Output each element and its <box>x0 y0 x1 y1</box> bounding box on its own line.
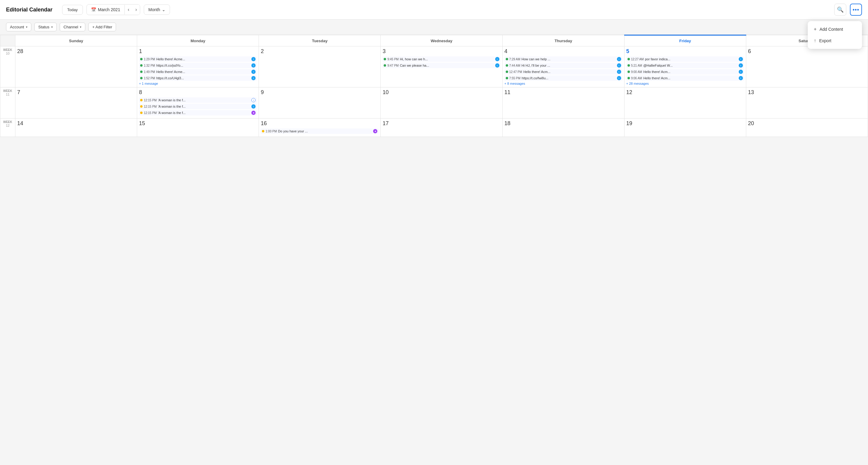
chevron-down-icon: ▾ <box>51 25 53 29</box>
calendar-event[interactable]: 9:00 AM Hello there! Acm... t <box>626 69 744 75</box>
calendar-event[interactable]: 1:32 PM https://t.co/jsdYo... t <box>139 63 257 68</box>
twitter-icon: t <box>739 70 743 74</box>
more-events-link[interactable]: + 1 message <box>139 82 257 85</box>
event-text: https://t.co/U4gl3... <box>156 76 250 80</box>
event-time: 1:29 PM <box>144 58 155 61</box>
col-sunday: Sunday <box>16 35 137 47</box>
twitter-icon: t <box>739 57 743 61</box>
chevron-down-icon: ▾ <box>80 25 82 29</box>
calendar-event[interactable]: 7:44 AM Hi HJ, I'll be your ... t <box>504 63 622 68</box>
day-number: 4 <box>504 48 622 55</box>
calendar-event[interactable]: 12:47 PM Hello there! Acm... t <box>504 69 622 75</box>
event-text: 'A woman is the f... <box>158 98 250 102</box>
day-number: 14 <box>17 120 135 127</box>
table-row: 16 1:00 PM Do you have your ... ★ <box>259 118 381 137</box>
more-button[interactable]: ••• <box>850 4 862 16</box>
view-selector[interactable]: Month ⌄ <box>144 4 170 15</box>
event-time: 1:32 PM <box>144 64 155 67</box>
table-row: 14 <box>16 118 137 137</box>
event-dot <box>627 58 630 60</box>
col-wednesday: Wednesday <box>381 35 502 47</box>
calendar-event[interactable]: 1:29 PM Hello there! Acme... t <box>139 56 257 62</box>
table-row: 18 <box>502 118 624 137</box>
next-month-button[interactable]: › <box>132 4 140 15</box>
week-label-cell: WEEK11 <box>0 87 16 118</box>
day-number: 19 <box>626 120 744 127</box>
calendar-event[interactable]: 7:55 PM https://t.co/fwi8u... t <box>504 76 622 81</box>
day-number: 20 <box>748 120 866 127</box>
event-text: Hi HJ, I'll be your ... <box>521 64 615 67</box>
calendar-event[interactable]: 12:15 PM 'A woman is the f... t <box>139 104 257 109</box>
add-content-item[interactable]: + Add Content <box>808 24 862 35</box>
day-number: 8 <box>139 89 257 95</box>
export-label: Export <box>819 38 831 43</box>
channel-filter[interactable]: Channel ▾ <box>60 23 85 31</box>
event-text: Do you have your ... <box>278 129 372 133</box>
export-item[interactable]: ↑ Export <box>808 35 862 47</box>
event-dot <box>262 130 264 133</box>
col-friday: Friday <box>624 35 746 47</box>
calendar-event[interactable]: 12:15 PM 'A woman is the f... i <box>139 97 257 103</box>
event-text: 'A woman is the f... <box>158 111 250 115</box>
calendar-event[interactable]: 9:45 PM Hi, how can we h... t <box>382 56 500 62</box>
twitter-icon: t <box>617 70 621 74</box>
account-filter[interactable]: Account ▾ <box>6 23 31 31</box>
twitter-icon: t <box>251 76 255 80</box>
calendar-event[interactable]: 1:49 PM Hello there! Acme... t <box>139 69 257 75</box>
week-label-cell: WEEK12 <box>0 118 16 137</box>
more-events-link[interactable]: + 8 messages <box>504 82 622 85</box>
social-icon: ★ <box>251 111 255 115</box>
event-time: 7:44 AM <box>509 64 521 67</box>
event-time: 5:21 AM <box>631 64 642 67</box>
calendar-event[interactable]: 12:27 AM por favor indica... t <box>626 56 744 62</box>
event-text: https://t.co/jsdYo... <box>156 64 250 67</box>
event-dot <box>140 105 143 108</box>
event-text: How can we help ... <box>521 57 615 61</box>
calendar-event[interactable]: 1:00 PM Do you have your ... ★ <box>261 128 378 134</box>
search-button[interactable]: 🔍 <box>834 4 846 16</box>
twitter-icon: t <box>495 63 499 67</box>
calendar-event[interactable]: 9:06 AM Hello there! Acm... t <box>626 76 744 81</box>
event-text: Hello there! Acm... <box>643 70 737 74</box>
table-row: 5 12:27 AM por favor indica... t 5:21 AM… <box>624 47 746 87</box>
more-events-link[interactable]: + 28 messages <box>626 82 744 85</box>
event-dot <box>140 99 143 101</box>
day-number: 28 <box>17 48 135 55</box>
day-number: 1 <box>139 48 257 55</box>
week-number: 11 <box>2 93 13 96</box>
table-row: 3 9:45 PM Hi, how can we h... t 9:47 PM … <box>381 47 502 87</box>
header: Editorial Calendar Today 📅 March 2021 ‹ … <box>0 0 868 20</box>
table-row: 19 <box>624 118 746 137</box>
prev-month-button[interactable]: ‹ <box>125 4 132 15</box>
event-time: 9:45 PM <box>387 58 398 61</box>
event-time: 1:00 PM <box>266 130 277 133</box>
table-row: 11 <box>502 87 624 118</box>
status-filter[interactable]: Status ▾ <box>34 23 57 31</box>
twitter-icon: t <box>251 57 255 61</box>
event-time: 12:15 PM <box>144 98 157 102</box>
event-text: Hello there! Acm... <box>523 70 615 74</box>
calendar-event[interactable]: 5:21 AM @HallieFalquet W... t <box>626 63 744 68</box>
event-time: 12:47 PM <box>509 70 522 74</box>
search-icon: 🔍 <box>837 6 844 13</box>
table-row: 9 <box>259 87 381 118</box>
calendar-event[interactable]: 9:47 PM Can we please ha... t <box>382 63 500 68</box>
app-title: Editorial Calendar <box>6 7 53 13</box>
calendar-event[interactable]: 12:15 PM 'A woman is the f... ★ <box>139 110 257 116</box>
event-dot <box>140 64 143 67</box>
table-row: 7 <box>16 87 137 118</box>
event-text: 'A woman is the f... <box>158 105 250 108</box>
add-filter-button[interactable]: + Add Filter <box>88 23 116 31</box>
calendar-table: Sunday Monday Tuesday Wednesday Thursday… <box>0 35 868 137</box>
event-time: 12:15 PM <box>144 105 157 108</box>
calendar-event[interactable]: 1:52 PM https://t.co/U4gl3... t <box>139 76 257 81</box>
table-row: 1 1:29 PM Hello there! Acme... t 1:32 PM… <box>137 47 259 87</box>
calendar-event[interactable]: 7:29 AM How can we help ... t <box>504 56 622 62</box>
dropdown-menu: + Add Content ↑ Export <box>808 21 862 49</box>
event-dot <box>506 64 508 67</box>
col-thursday: Thursday <box>502 35 624 47</box>
today-button[interactable]: Today <box>62 5 83 15</box>
table-row: 15 <box>137 118 259 137</box>
event-time: 9:00 AM <box>631 70 642 74</box>
more-icon: ••• <box>852 7 859 13</box>
